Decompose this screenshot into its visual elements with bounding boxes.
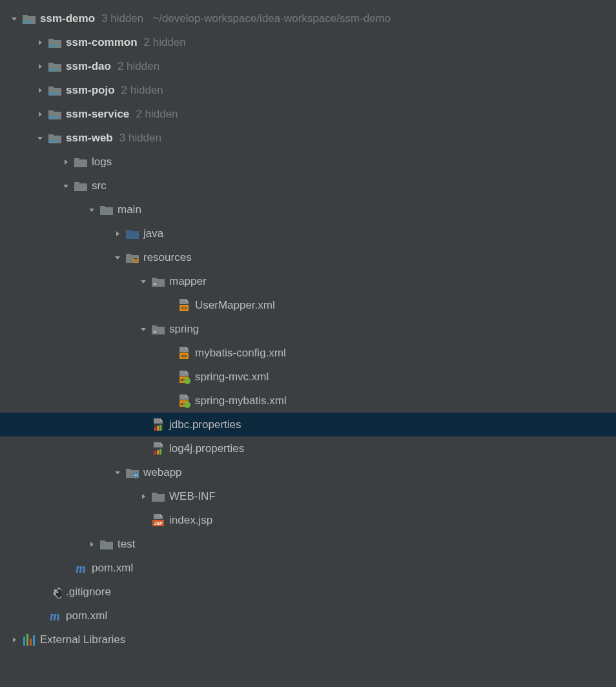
folder-label: logs xyxy=(92,156,112,169)
chevron-down-icon xyxy=(61,181,71,191)
tree-row-resources[interactable]: resources xyxy=(0,245,616,269)
module-folder-icon xyxy=(48,59,62,74)
tree-row-jdbc-properties[interactable]: jdbc.properties xyxy=(0,413,616,436)
tree-row-external-libraries[interactable]: External Libraries xyxy=(0,628,616,651)
jsp-file-icon: JSP xyxy=(151,513,165,528)
tree-row-pom-web[interactable]: m pom.xml xyxy=(0,556,616,580)
tree-row-log4j-properties[interactable]: log4j.properties xyxy=(0,436,616,460)
svg-rect-6 xyxy=(50,92,52,95)
tree-row-test[interactable]: test xyxy=(0,532,616,556)
tree-row-ssm-common[interactable]: ssm-common 2 hidden xyxy=(0,30,616,54)
svg-rect-30 xyxy=(157,426,159,431)
tree-row-webapp[interactable]: webapp xyxy=(0,460,616,484)
svg-rect-13 xyxy=(134,258,138,259)
tree-row-pom-root[interactable]: m pom.xml xyxy=(0,604,616,628)
folder-icon xyxy=(74,155,88,169)
svg-rect-5 xyxy=(54,68,56,71)
svg-rect-31 xyxy=(159,425,161,431)
chevron-right-icon xyxy=(61,157,71,167)
folder-label: mapper xyxy=(169,275,207,288)
folder-label: java xyxy=(143,227,163,240)
tree-row-src[interactable]: src xyxy=(0,174,616,198)
svg-rect-1 xyxy=(28,21,30,23)
module-hint: 2 hidden xyxy=(144,36,186,49)
maven-file-icon: m xyxy=(74,561,88,575)
maven-file-icon: m xyxy=(48,609,62,623)
tree-row-ssm-web[interactable]: ssm-web 3 hidden xyxy=(0,126,616,150)
chevron-down-icon xyxy=(138,276,149,287)
ext-lib-label: External Libraries xyxy=(40,633,125,646)
folder-label: spring xyxy=(169,323,199,336)
tree-row-ssm-dao[interactable]: ssm-dao 2 hidden xyxy=(0,54,616,78)
properties-file-icon xyxy=(151,442,165,456)
file-label: pom.xml xyxy=(92,562,133,575)
tree-row-spring-mvc-xml[interactable]: <> spring-mvc.xml xyxy=(0,365,616,389)
chevron-right-icon xyxy=(35,61,45,72)
chevron-right-icon xyxy=(87,539,97,549)
svg-rect-15 xyxy=(134,261,138,261)
file-label: jdbc.properties xyxy=(169,418,241,431)
svg-rect-4 xyxy=(50,68,52,71)
svg-rect-3 xyxy=(54,45,56,47)
tree-row-logs[interactable]: logs xyxy=(0,150,616,174)
module-hint: 2 hidden xyxy=(136,108,178,121)
svg-rect-14 xyxy=(134,260,138,260)
tree-row-ssm-pojo[interactable]: ssm-pojo 2 hidden xyxy=(0,78,616,102)
svg-rect-2 xyxy=(50,45,52,47)
module-name: ssm-service xyxy=(66,108,129,121)
tree-row-main[interactable]: main xyxy=(0,198,616,221)
tree-row-index-jsp[interactable]: JSP index.jsp xyxy=(0,508,616,532)
tree-row-usermapper-xml[interactable]: <> UserMapper.xml xyxy=(0,293,616,317)
svg-point-24 xyxy=(184,378,190,384)
file-label: UserMapper.xml xyxy=(195,299,275,312)
chevron-down-icon xyxy=(35,133,45,143)
root-name: ssm-demo xyxy=(40,12,95,25)
chevron-down-icon xyxy=(138,324,149,334)
chevron-right-icon xyxy=(35,85,45,96)
tree-row-gitignore[interactable]: .gitignore xyxy=(0,580,616,604)
module-folder-icon xyxy=(48,131,62,145)
module-name: ssm-web xyxy=(66,132,113,145)
file-label: index.jsp xyxy=(169,514,212,527)
tree-row-java[interactable]: java xyxy=(0,221,616,245)
chevron-right-icon xyxy=(35,109,45,119)
svg-rect-34 xyxy=(157,450,159,455)
svg-point-27 xyxy=(184,402,190,408)
tree-row-mybatis-config-xml[interactable]: <> mybatis-config.xml xyxy=(0,341,616,365)
chevron-down-icon xyxy=(112,252,123,263)
file-label: log4j.properties xyxy=(169,442,244,455)
folder-label: resources xyxy=(143,251,192,264)
chevron-down-icon xyxy=(112,467,123,478)
module-hint: 3 hidden xyxy=(119,132,161,145)
module-folder-icon xyxy=(48,107,62,121)
svg-rect-35 xyxy=(159,449,161,455)
folder-icon xyxy=(74,179,88,193)
svg-point-16 xyxy=(154,283,156,285)
tree-row-ssm-service[interactable]: ssm-service 2 hidden xyxy=(0,102,616,126)
spring-config-file-icon: <> xyxy=(177,370,191,384)
package-folder-icon xyxy=(151,322,165,336)
folder-label: main xyxy=(118,203,141,216)
tree-row-web-inf[interactable]: WEB-INF xyxy=(0,484,616,508)
tree-row-root[interactable]: ssm-demo 3 hidden ~/develop-workspace/id… xyxy=(0,6,616,30)
chevron-down-icon xyxy=(87,205,97,215)
module-hint: 2 hidden xyxy=(118,60,159,73)
folder-label: src xyxy=(92,179,107,192)
chevron-right-icon xyxy=(35,37,45,48)
svg-text:<>: <> xyxy=(181,305,187,311)
libraries-icon xyxy=(22,633,36,647)
module-name: ssm-dao xyxy=(66,60,111,73)
tree-row-spring[interactable]: spring xyxy=(0,317,616,341)
folder-label: webapp xyxy=(143,466,182,479)
xml-file-icon: <> xyxy=(177,346,191,360)
folder-label: WEB-INF xyxy=(169,490,216,503)
tree-row-mapper[interactable]: mapper xyxy=(0,269,616,293)
svg-text:<>: <> xyxy=(181,353,187,359)
module-folder-icon xyxy=(48,36,62,50)
git-file-icon xyxy=(48,585,62,599)
svg-rect-10 xyxy=(50,140,52,143)
properties-file-icon xyxy=(151,418,165,432)
tree-row-spring-mybatis-xml[interactable]: <> spring-mybatis.xml xyxy=(0,389,616,413)
svg-rect-11 xyxy=(54,140,56,143)
svg-rect-7 xyxy=(54,92,56,95)
